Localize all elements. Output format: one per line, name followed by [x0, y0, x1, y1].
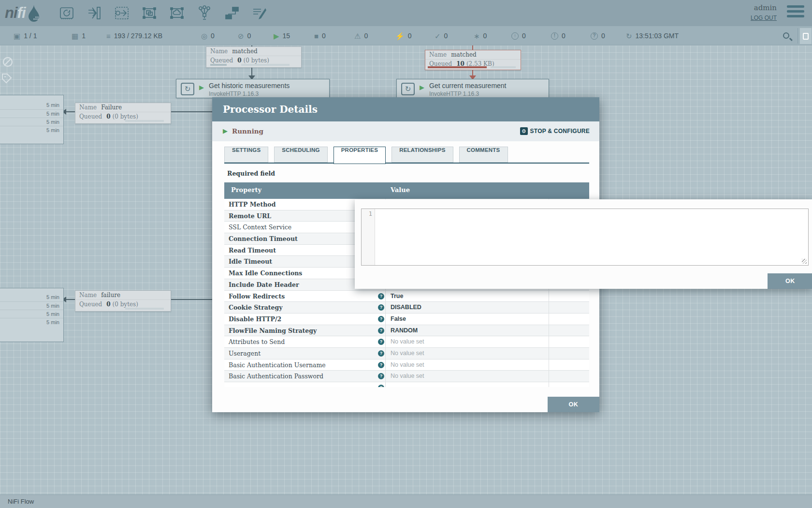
properties-table-header: Property Value: [224, 182, 589, 199]
connection-name-row: Namematched: [425, 50, 521, 59]
tab-properties[interactable]: PROPERTIES: [334, 147, 386, 164]
nifi-app: Namematched Queued0(0 bytes) Namematched…: [0, 0, 812, 508]
help-icon[interactable]: ?: [378, 316, 384, 322]
property-row[interactable]: Follow Redirects ? True: [224, 291, 589, 302]
property-name: FlowFile Naming Strategy: [229, 327, 317, 334]
dialog-status-band: ▶ Running ⚙ STOP & CONFIGURE: [212, 121, 599, 141]
funnel-icon[interactable]: [196, 4, 213, 22]
help-icon[interactable]: ?: [378, 304, 384, 311]
property-name: Max Idle Connections: [229, 269, 302, 277]
property-row[interactable]: Basic Authentication Username ? No value…: [224, 359, 589, 371]
processor-type: InvokeHTTP 1.16.3: [429, 90, 479, 97]
search-icon[interactable]: [783, 32, 789, 39]
property-name: Remote URL: [229, 212, 271, 220]
tab-scheduling[interactable]: SCHEDULING: [274, 147, 327, 163]
name-value: matched: [232, 48, 258, 55]
connection-queued-row: Queued0(0 bytes): [75, 112, 171, 120]
status-item: ⚠ 0: [354, 26, 368, 45]
running-indicator-icon: ▶: [420, 84, 424, 91]
tab-relationships[interactable]: RELATIONSHIPS: [392, 147, 453, 163]
value-editor-popup: 1 OK: [355, 199, 812, 289]
template-icon[interactable]: [223, 4, 241, 22]
property-row[interactable]: Basic Authentication Password ? No value…: [224, 371, 589, 382]
help-icon[interactable]: ?: [378, 373, 384, 379]
status-item: ! 0: [551, 26, 566, 45]
dialog-ok-button[interactable]: OK: [548, 397, 599, 412]
help-icon[interactable]: ?: [378, 385, 384, 387]
property-name: SSL Context Service: [229, 224, 291, 231]
value-editor[interactable]: 1: [361, 209, 809, 266]
input-port-icon[interactable]: [86, 4, 103, 22]
connection-name-row: NameFailure: [75, 103, 171, 112]
help-icon[interactable]: ?: [378, 328, 384, 334]
status-item: ▦ 1: [72, 26, 86, 45]
queued-count: 0: [237, 57, 241, 64]
running-icon: ▶: [274, 32, 279, 40]
label-icon[interactable]: [251, 4, 268, 22]
tab-comments[interactable]: COMMENTS: [459, 147, 508, 163]
tab-settings[interactable]: SETTINGS: [224, 147, 268, 163]
property-row[interactable]: ?: [224, 382, 589, 387]
property-row[interactable]: Attributes to Send ? No value set: [224, 336, 589, 348]
breadcrumb[interactable]: NiFi Flow: [0, 495, 812, 508]
property-row[interactable]: Useragent ? No value set: [224, 348, 589, 359]
output-port-icon[interactable]: [113, 4, 130, 22]
invokehttp-icon: ↻: [181, 83, 194, 95]
processor-name: Get historic measurements: [209, 82, 290, 90]
status-value: 0: [364, 32, 368, 40]
queue-bar-highlighted: [428, 66, 487, 68]
connection-label-matched-highlighted: Namematched Queued10(2.53 KB): [425, 50, 521, 70]
required-field-note: Required field: [227, 170, 275, 177]
property-row[interactable]: FlowFile Naming Strategy ? RANDOM: [224, 325, 589, 337]
stop-and-configure-button[interactable]: ⚙ STOP & CONFIGURE: [520, 127, 590, 135]
processor-stub: 5 min 5 min 5 min 5 min: [0, 288, 64, 342]
processor-name: Get current measurement: [429, 82, 507, 90]
column-value: Value: [391, 186, 410, 194]
status-value: 193 / 279.12 KB: [114, 32, 162, 40]
running-status-icon: ▶: [223, 127, 228, 134]
name-label: Name: [429, 51, 447, 58]
status-item: ∗ 0: [474, 26, 487, 45]
property-name: Connection Timeout: [229, 235, 298, 242]
queued-size: (0 bytes): [113, 301, 138, 308]
status-value: 1 / 1: [24, 32, 37, 40]
help-icon[interactable]: ?: [378, 293, 384, 299]
queued-list-icon: ≡: [106, 32, 111, 40]
property-row[interactable]: Disable HTTP/2 ? False: [224, 314, 589, 325]
property-row[interactable]: Cookie Strategy ? DISABLED: [224, 302, 589, 314]
resize-handle-icon[interactable]: [802, 259, 807, 264]
property-value: No value set: [391, 350, 424, 357]
queued-label: Queued: [79, 301, 102, 308]
process-group-icon[interactable]: [141, 4, 158, 22]
locally-modified-icon: ∗: [474, 32, 480, 40]
help-icon[interactable]: ?: [378, 362, 384, 368]
processor-icon[interactable]: [58, 4, 75, 22]
panel-toggle-button[interactable]: [799, 28, 812, 45]
queue-bar: [125, 120, 164, 122]
global-menu-icon[interactable]: [787, 5, 804, 20]
logout-link[interactable]: LOG OUT: [751, 15, 777, 21]
queued-count: 0: [106, 301, 110, 308]
property-value: RANDOM: [391, 327, 418, 334]
connection-name-row: Namefailure: [75, 291, 171, 299]
page-icon: [803, 33, 809, 40]
dialog-title-bar: Processor Details: [212, 97, 599, 121]
property-name: HTTP Method: [229, 201, 276, 208]
stopped-icon: ■: [314, 32, 319, 40]
property-name: Follow Redirects: [229, 293, 285, 300]
popup-ok-button[interactable]: OK: [768, 273, 812, 289]
help-icon[interactable]: ?: [378, 339, 384, 345]
remote-process-group-icon[interactable]: [168, 4, 186, 22]
status-value: 0: [562, 32, 566, 40]
status-value: 0: [601, 32, 605, 40]
help-icon[interactable]: ?: [378, 350, 384, 357]
property-value: True: [391, 293, 403, 299]
status-item: ↑ 0: [511, 26, 526, 45]
invokehttp-icon: ↻: [401, 83, 415, 95]
user-area: admin LOG OUT: [751, 3, 777, 21]
connection-label-matched: Namematched Queued0(0 bytes): [206, 46, 302, 68]
queue-bar: [241, 64, 290, 66]
name-label: Name: [210, 48, 228, 55]
name-label: Name: [79, 104, 97, 111]
queued-count: 0: [106, 113, 110, 120]
